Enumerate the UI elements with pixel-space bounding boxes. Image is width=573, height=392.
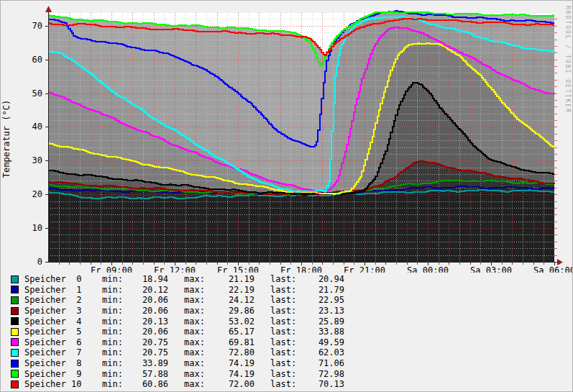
- legend-max-value: 21.19: [214, 274, 255, 284]
- legend-row-speicher-1: Speicher 1min:20.12max:22.19last:21.79: [1, 285, 572, 296]
- legend-last-label: last:: [270, 369, 306, 379]
- x-tick-label: Fr 12:00: [154, 265, 196, 273]
- legend-last-value: 33.88: [306, 327, 344, 337]
- y-tick-label: 40: [32, 122, 42, 132]
- y-tick-label: 60: [32, 55, 42, 65]
- legend-last-value: 49.59: [306, 337, 344, 347]
- legend-min-label: min:: [102, 347, 132, 357]
- legend-min-label: min:: [102, 379, 132, 389]
- legend-min-value: 18.94: [132, 274, 168, 284]
- legend-last-label: last:: [270, 347, 306, 357]
- y-tick-label: 50: [32, 88, 42, 99]
- legend-series-name: Speicher 7: [24, 347, 102, 357]
- legend-row-speicher-2: Speicher 2min:20.06max:24.12last:22.95: [1, 295, 572, 306]
- legend-max-label: max:: [184, 358, 214, 368]
- legend-last-label: last:: [270, 379, 306, 389]
- x-tick-label: Fr 18:00: [280, 265, 322, 273]
- legend-max-label: max:: [184, 327, 214, 337]
- legend-max-value: 29.86: [214, 306, 255, 316]
- rrd-graph-panel: 010203040506070Fr 09:00Fr 12:00Fr 15:00F…: [0, 0, 573, 392]
- legend-last-label: last:: [270, 337, 306, 347]
- legend-min-value: 57.88: [132, 369, 168, 379]
- legend-series-name: Speicher 1: [24, 285, 102, 295]
- legend-min-value: 20.13: [132, 316, 168, 327]
- legend-color-swatch: [11, 328, 19, 336]
- legend-last-value: 20.94: [306, 274, 344, 284]
- legend-max-value: 65.17: [214, 327, 255, 337]
- legend-series-name: Speicher 2: [24, 295, 102, 305]
- x-tick-label: Fr 21:00: [344, 265, 385, 273]
- legend-row-speicher-6: Speicher 6min:20.75max:69.81last:49.59: [1, 337, 572, 348]
- legend-last-label: last:: [270, 358, 306, 368]
- legend-max-value: 72.00: [214, 379, 255, 389]
- legend-min-label: min:: [102, 327, 132, 337]
- legend-color-swatch: [11, 360, 19, 368]
- legend-min-label: min:: [102, 316, 132, 327]
- legend-last-value: 62.03: [306, 347, 344, 357]
- x-tick-label: Sa 03:00: [470, 265, 512, 273]
- x-tick-label: Sa 06:00: [533, 265, 572, 273]
- y-tick-label: 30: [32, 155, 42, 165]
- legend-min-value: 33.89: [132, 358, 168, 368]
- legend-color-swatch: [11, 307, 19, 315]
- legend-last-label: last:: [270, 327, 306, 337]
- legend-series-name: Speicher 0: [24, 274, 102, 284]
- legend-max-value: 24.12: [214, 295, 255, 305]
- x-tick-label: Sa 00:00: [407, 265, 449, 273]
- legend-max-label: max:: [184, 274, 214, 284]
- legend-last-value: 21.79: [306, 285, 344, 295]
- legend-max-label: max:: [184, 295, 214, 305]
- legend-min-label: min:: [102, 306, 132, 316]
- legend-max-label: max:: [184, 285, 214, 295]
- legend-color-swatch: [11, 338, 19, 346]
- legend-last-value: 23.13: [306, 306, 344, 316]
- legend-last-label: last:: [270, 274, 306, 284]
- legend-color-swatch: [11, 286, 19, 293]
- legend-max-label: max:: [184, 306, 214, 316]
- legend-series-name: Speicher 6: [24, 337, 102, 347]
- legend-row-speicher-0: Speicher 0min:18.94max:21.19last:20.94: [1, 274, 572, 285]
- temperature-chart: 010203040506070Fr 09:00Fr 12:00Fr 15:00F…: [1, 1, 572, 273]
- legend-min-value: 20.75: [132, 347, 168, 357]
- rrdtool-watermark: RRDTOOL / TOBI OETIKER: [564, 6, 571, 114]
- legend-max-value: 74.19: [214, 358, 255, 368]
- legend-last-value: 70.13: [306, 379, 344, 389]
- legend-last-value: 25.89: [306, 316, 344, 327]
- legend-max-value: 74.19: [214, 369, 255, 379]
- legend-last-label: last:: [270, 285, 306, 295]
- legend-last-label: last:: [270, 316, 306, 327]
- legend-series-name: Speicher 3: [24, 306, 102, 316]
- legend-last-value: 22.95: [306, 295, 344, 305]
- legend-series-name: Speicher 9: [24, 369, 102, 379]
- x-tick-label: Fr 09:00: [91, 265, 132, 273]
- legend-min-value: 20.06: [132, 306, 168, 316]
- legend-row-speicher-7: Speicher 7min:20.75max:72.80last:62.03: [1, 347, 572, 358]
- legend-min-value: 20.06: [132, 327, 168, 337]
- legend-row-speicher-3: Speicher 3min:20.06max:29.86last:23.13: [1, 306, 572, 316]
- legend-color-swatch: [11, 380, 19, 388]
- legend-max-value: 53.02: [214, 316, 255, 327]
- x-tick-label: Fr 15:00: [217, 265, 259, 273]
- legend-max-label: max:: [184, 337, 214, 347]
- legend-color-swatch: [11, 275, 19, 283]
- legend-row-speicher-10: Speicher 10min:60.86max:72.00last:70.13: [1, 379, 572, 390]
- legend-row-speicher-8: Speicher 8min:33.89max:74.19last:71.06: [1, 358, 572, 369]
- legend-series-name: Speicher 8: [24, 358, 102, 368]
- y-tick-label: 20: [32, 189, 42, 199]
- legend-color-swatch: [11, 370, 19, 378]
- legend-row-speicher-5: Speicher 5min:20.06max:65.17last:33.88: [1, 327, 572, 337]
- legend-color-swatch: [11, 349, 19, 357]
- y-tick-label: 0: [37, 257, 42, 267]
- y-tick-label: 10: [32, 223, 42, 233]
- legend-min-value: 20.06: [132, 295, 168, 305]
- legend-last-label: last:: [270, 295, 306, 305]
- legend-min-label: min:: [102, 274, 132, 284]
- legend-max-value: 22.19: [214, 285, 255, 295]
- legend-series-name: Speicher 4: [24, 316, 102, 327]
- legend-min-label: min:: [102, 358, 132, 368]
- legend-color-swatch: [11, 317, 19, 325]
- legend-max-label: max:: [184, 369, 214, 379]
- legend: Speicher 0min:18.94max:21.19last:20.94Sp…: [1, 274, 572, 390]
- legend-color-swatch: [11, 296, 19, 304]
- legend-max-label: max:: [184, 316, 214, 327]
